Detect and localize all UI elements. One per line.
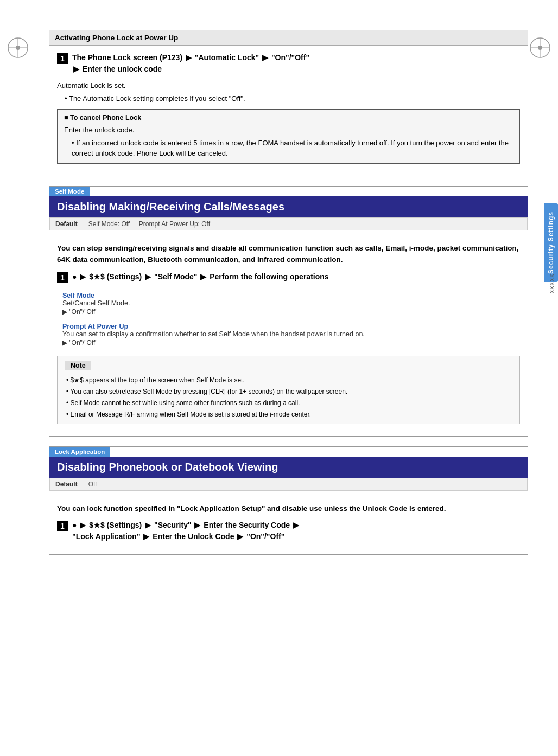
svg-point-3 — [16, 46, 20, 50]
table-row: Self Mode Set/Cancel Self Mode. ▶ "On"/"… — [57, 289, 520, 319]
lock-step1-text: ● ▶ $★$ (Settings) ▶ "Security" ▶ Enter … — [72, 520, 300, 542]
arrow-icon-11: ▶ — [143, 531, 149, 542]
note-bullet-3: Self Mode cannot be set while using some… — [65, 398, 512, 408]
lock-body-text: You can lock function specified in "Lock… — [57, 503, 520, 515]
phone-lock-section: Activating Phone Lock at Power Up 1 The … — [49, 30, 528, 176]
self-mode-tag: Self Mode — [49, 187, 528, 196]
self-mode-body: You can stop sending/receiving signals a… — [57, 242, 520, 266]
self-mode-menu-table: Self Mode Set/Cancel Self Mode. ▶ "On"/"… — [57, 289, 520, 350]
arrow-icon-7: ▶ — [80, 520, 86, 531]
arrow-icon-5: ▶ — [145, 271, 151, 283]
menu-cell-label-2: Prompt At Power Up You can set to displa… — [57, 319, 520, 350]
note-bullet-1: $★$ appears at the top of the screen whe… — [65, 375, 512, 385]
phone-lock-step1-text: The Phone Lock screen (P123) ▶ "Automati… — [72, 52, 309, 75]
lock-content: You can lock function specified in "Lock… — [49, 491, 528, 555]
arrow-icon-10: ▶ — [293, 520, 299, 531]
arrow-icon-8: ▶ — [145, 520, 151, 531]
default-label: Default — [55, 220, 78, 228]
arrow-icon-9: ▶ — [194, 520, 200, 531]
self-mode-title: Disabling Making/Receiving Calls/Message… — [49, 196, 528, 217]
lock-title: Disabling Phonebook or Datebook Viewing — [49, 457, 528, 478]
corner-tr-decoration — [527, 34, 554, 61]
table-row: Prompt At Power Up You can set to displa… — [57, 319, 520, 350]
auto-lock-text: Automatic Lock is set. — [57, 80, 520, 91]
phone-lock-step1: 1 The Phone Lock screen (P123) ▶ "Automa… — [57, 52, 520, 75]
self-mode-step1-text: ● ▶ $★$ (Settings) ▶ "Self Mode" ▶ Perfo… — [72, 271, 329, 283]
lock-default-label: Default — [55, 480, 78, 488]
lock-step1: 1 ● ▶ $★$ (Settings) ▶ "Security" ▶ Ente… — [57, 520, 520, 542]
step-number-2: 1 — [57, 272, 68, 283]
arrow-icon-1: ▶ — [186, 52, 192, 63]
self-mode-step1: 1 ● ▶ $★$ (Settings) ▶ "Self Mode" ▶ Per… — [57, 271, 520, 283]
lock-application-section: Lock Application Disabling Phonebook or … — [49, 446, 528, 555]
self-mode-note: Note $★$ appears at the top of the scree… — [57, 356, 520, 424]
self-mode-section: Self Mode Disabling Making/Receiving Cal… — [49, 186, 528, 437]
note-bullet-2: You can also set/release Self Mode by pr… — [65, 387, 512, 396]
arrow-icon-6: ▶ — [200, 271, 206, 283]
step-number-3: 1 — [57, 521, 68, 531]
lock-default-value: Off — [88, 480, 97, 488]
arrow-icon-4: ▶ — [80, 271, 86, 283]
cancel-text: Enter the unlock code. — [64, 125, 513, 136]
auto-lock-bullet: The Automatic Lock setting completes if … — [65, 93, 520, 104]
step-number-1: 1 — [57, 53, 68, 64]
corner-tl-decoration — [4, 34, 31, 61]
arrow-icon-2: ▶ — [262, 52, 268, 63]
cancel-bullet: If an incorrect unlock code is entered 5… — [72, 138, 513, 159]
cancel-phone-lock-box: To cancel Phone Lock Enter the unlock co… — [57, 109, 520, 164]
arrow-icon-3: ▶ — [73, 63, 79, 75]
phone-lock-content: 1 The Phone Lock screen (P123) ▶ "Automa… — [49, 46, 528, 176]
note-title: Note — [65, 361, 91, 370]
lock-tag-container: Lock Application — [49, 447, 528, 457]
self-mode-content: You can stop sending/receiving signals a… — [49, 230, 528, 436]
self-mode-default-bar: Default Self Mode: Off Prompt At Power U… — [49, 217, 528, 230]
main-content: Activating Phone Lock at Power Up 1 The … — [49, 30, 528, 555]
lock-default-bar: Default Off — [49, 478, 528, 491]
svg-point-7 — [538, 46, 542, 50]
side-tab-sub: XXXXX — [546, 268, 558, 299]
arrow-icon-12: ▶ — [237, 531, 243, 542]
self-mode-default-value: Self Mode: Off Prompt At Power Up: Off — [88, 220, 210, 228]
note-bullet-4: Email or Message R/F arriving when Self … — [65, 409, 512, 419]
cancel-title: To cancel Phone Lock — [64, 114, 513, 121]
menu-cell-label-1: Self Mode Set/Cancel Self Mode. ▶ "On"/"… — [57, 289, 520, 319]
phone-lock-header: Activating Phone Lock at Power Up — [49, 30, 528, 46]
page-wrapper: Security Settings XXXXX 124 Activating P… — [0, 30, 558, 756]
